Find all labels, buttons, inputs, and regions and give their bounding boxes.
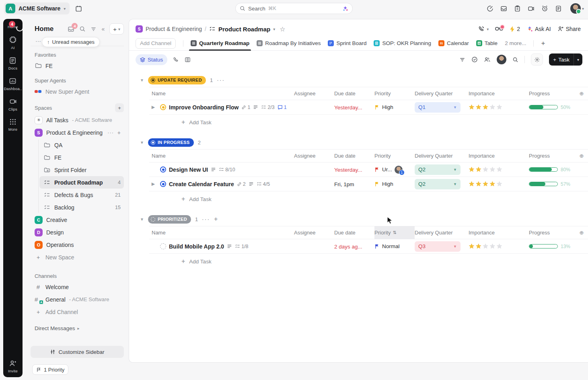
delivery-quarter-select[interactable]: Q2▼ [415,164,461,175]
description-icon[interactable] [227,244,232,249]
column-importance[interactable]: Importance [469,153,529,159]
group-menu-icon[interactable]: ··· [217,77,225,83]
column-delivery-quarter[interactable]: Delivery Quarter [415,153,469,159]
task-row[interactable]: ▶ Build Mobile App 2.0 1/8 2 days ag... … [149,239,588,254]
sidebar-inbox-icon[interactable]: 4 [68,26,74,33]
delivery-quarter-select[interactable]: Q2▼ [415,179,461,189]
tab-roadmap-by-initiatives[interactable]: Roadmap By Initiatives [257,36,321,51]
priority-cell[interactable]: Normal [374,243,415,249]
due-date[interactable]: Fri, 1pm [334,181,354,187]
task-name[interactable]: Create Calendar Feature [169,181,234,187]
call-button[interactable]: ▾ [478,26,489,32]
sidebar-create-button[interactable]: +▾ [109,23,124,35]
new-space-item[interactable]: + New Space [31,251,124,263]
importance-stars[interactable]: ★★★★★ [469,243,529,250]
direct-messages-toggle[interactable]: Direct Messages ▸ [35,325,124,331]
channel-item-welcome[interactable]: # Welcome [31,281,124,293]
column-delivery-quarter[interactable]: Delivery Quarter [415,90,469,97]
user-menu[interactable]: ▾ [570,3,584,14]
sidebar-item-qa[interactable]: QA [39,139,124,151]
rail-item-docs[interactable]: Docs [8,57,17,70]
status-icon[interactable] [160,181,166,187]
add-channel-button[interactable]: Add Channel [136,38,176,49]
expand-task-icon[interactable]: ▶ [149,105,157,110]
task-row[interactable]: ▶ Design New UI 8/10 Yesterday... Ur... … [149,162,588,177]
importance-stars[interactable]: ★★★★★ [469,104,529,111]
description-icon[interactable] [211,167,216,172]
sidebar-item-backlog[interactable]: Backlog 15 [39,201,124,214]
page-title[interactable]: Product Roadmap [218,26,270,33]
add-task-button[interactable]: + Add Task [149,254,588,269]
priority-cell[interactable]: High [374,181,415,187]
checklist-indicator[interactable]: 4/5 [257,181,270,187]
inbox-icon[interactable] [500,5,507,12]
unread-messages-pill[interactable]: ↑ Unread messages [42,37,100,47]
priority-cell[interactable]: High [374,104,415,110]
channel-item-general[interactable]: #A General - ACME Software [31,293,124,306]
search-icon[interactable] [512,57,518,63]
add-task-button[interactable]: + Add Task [149,191,588,207]
add-space-icon[interactable]: + [115,103,124,112]
priority-cell[interactable]: Ur... [374,166,415,174]
column-delivery-quarter[interactable]: Delivery Quarter [415,230,469,236]
add-task-button[interactable]: + Add Task [149,115,588,130]
collapse-sidebar-icon[interactable]: « [101,26,105,32]
due-date[interactable]: Yesterday... [334,167,362,173]
column-assignee[interactable]: Assignee [294,153,334,159]
column-name[interactable]: Name [149,153,294,159]
rail-item-clips[interactable]: Clips [8,98,17,111]
tab-table[interactable]: Table [476,36,498,51]
group-by-status-pill[interactable]: Status [136,54,167,65]
column-progress[interactable]: Progress [529,90,575,97]
importance-stars[interactable]: ★★★★★ [469,166,529,173]
ai-sparkle-icon[interactable] [342,6,348,12]
sidebar-item-fe[interactable]: FE [39,151,124,164]
status-group-pill[interactable]: UPDATE REQUIRED [148,76,206,84]
priority-filter-pill[interactable]: 1 Priority [32,364,68,375]
calendar-icon[interactable] [75,5,82,12]
share-button[interactable]: Share [557,26,581,32]
customize-sidebar-button[interactable]: Customize Sidebar [31,346,124,358]
task-row[interactable]: ▶ Create Calendar Feature 2 4/5 Fri, 1pm… [149,177,588,191]
checklist-indicator[interactable]: 8/10 [219,167,235,173]
space-badge[interactable]: S [136,25,143,33]
column-name[interactable]: Name [149,230,294,236]
task-name[interactable]: Design New UI [169,166,208,173]
checklist-indicator[interactable]: 1/8 [235,244,248,249]
status-icon[interactable] [160,166,166,173]
group-add-icon[interactable]: + [214,216,218,223]
filter-icon[interactable] [459,57,465,63]
check-circle-icon[interactable] [471,56,478,63]
reminder-clock-icon[interactable] [541,5,548,12]
due-date[interactable]: 2 days ag... [334,244,362,250]
sidebar-item-product-roadmap[interactable]: Product Roadmap 4 [39,176,124,189]
rail-item-invite[interactable]: Invite [8,359,18,373]
add-column-icon[interactable]: ⊕ [575,90,588,97]
collapse-group-icon[interactable]: ▼ [140,140,144,145]
me-filter-avatar[interactable] [497,55,506,64]
column-priority[interactable]: Priority [374,153,415,159]
add-view-icon[interactable]: + [541,39,545,47]
ask-ai-button[interactable]: Ask AI [526,26,551,32]
add-column-icon[interactable]: ⊕ [575,153,588,159]
task-button-chevron[interactable]: ▾ [574,53,582,66]
notes-doc-icon[interactable] [555,5,562,12]
status-group-pill[interactable]: IN PROGRESS [148,138,194,147]
links-indicator[interactable]: 1 [241,105,250,110]
task-row[interactable]: ▶ Improve Onboarding Flow 1 2/3 1 Yester… [149,100,588,115]
clipboard-icon[interactable] [514,5,521,12]
columns-icon[interactable] [185,57,191,63]
group-menu-icon[interactable]: ··· [202,216,210,222]
rail-item-ai[interactable]: AI [9,36,17,50]
status-icon[interactable] [160,104,166,110]
tabs-overflow[interactable]: 2 more... [505,40,526,46]
column-assignee[interactable]: Assignee [294,230,334,236]
column-progress[interactable]: Progress [529,153,575,159]
sidebar-item-all-tasks[interactable]: ✳ All Tasks - ACME Software [31,114,124,126]
status-group-pill[interactable]: PRIORITIZED [148,215,191,224]
ellipsis-icon[interactable]: ··· [107,130,114,136]
column-due-date[interactable]: Due date [334,90,374,97]
rail-item-home[interactable]: 4 Home [8,23,18,29]
column-priority-hovered[interactable]: Priority⇅ [374,226,415,239]
column-importance[interactable]: Importance [469,230,529,236]
